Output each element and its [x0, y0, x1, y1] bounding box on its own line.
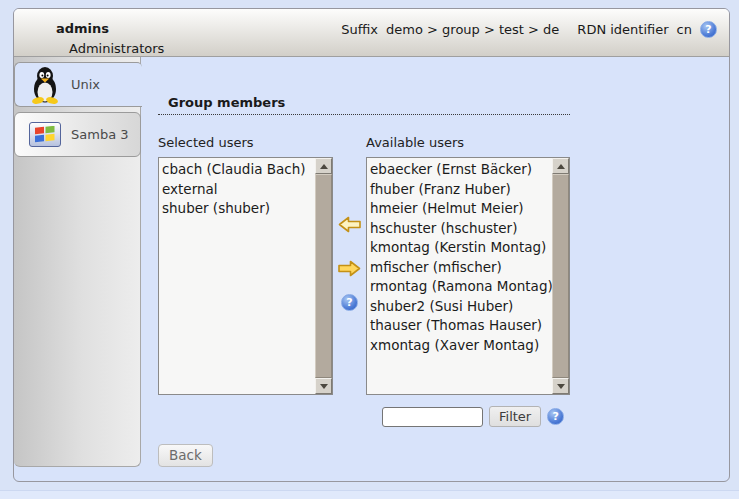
page: { "header": { "title": "admins", "subtit… [0, 0, 739, 499]
available-users-label: Available users [366, 135, 570, 150]
panel-body: Unix Samba 3 [14, 57, 729, 482]
tab-samba3[interactable]: Samba 3 [14, 112, 141, 157]
triangle-up-icon [557, 164, 565, 169]
member-columns: Selected users cbach (Claudia Bach)exter… [158, 135, 729, 395]
members-help-icon[interactable]: ? [341, 294, 358, 311]
selected-users-list: cbach (Claudia Bach)externalshuber (shub… [159, 158, 315, 394]
tux-icon [28, 66, 62, 104]
suffix-label: Suffix [341, 22, 378, 37]
tab-unix-label: Unix [71, 77, 100, 92]
scroll-down-button[interactable] [315, 378, 332, 394]
selected-users-scrollbar [315, 158, 332, 394]
scroll-down-button[interactable] [552, 378, 569, 394]
panel-header: admins Administrators Suffix demo > grou… [14, 9, 729, 57]
available-users-scrollbar [552, 158, 569, 394]
content: Group members Selected users cbach (Clau… [142, 57, 729, 482]
sidebar: Unix Samba 3 [14, 57, 141, 467]
header-info: Suffix demo > group > test > de RDN iden… [341, 21, 717, 38]
available-users-listbox: ebaecker (Ernst Bäcker)fhuber (Franz Hub… [366, 157, 570, 395]
list-item[interactable]: cbach (Claudia Bach) [162, 160, 315, 180]
selected-users-column: Selected users cbach (Claudia Bach)exter… [158, 135, 333, 395]
rdn-group: RDN identifier cn ? [577, 21, 717, 38]
filter-help-icon[interactable]: ? [547, 408, 564, 425]
list-item[interactable]: shuber2 (Susi Huber) [370, 297, 552, 317]
list-item[interactable]: thauser (Thomas Hauser) [370, 316, 552, 336]
triangle-down-icon [557, 384, 565, 389]
tab-unix[interactable]: Unix [14, 62, 142, 107]
move-right-arrow-icon[interactable] [338, 260, 361, 277]
rdn-help-icon[interactable]: ? [700, 21, 717, 38]
rdn-label: RDN identifier [577, 22, 668, 37]
filter-row: Filter ? [382, 406, 729, 427]
back-button[interactable]: Back [158, 444, 213, 467]
list-item[interactable]: rmontag (Ramona Montag) [370, 277, 552, 297]
page-bottom-strip [0, 490, 739, 499]
scroll-up-button[interactable] [315, 158, 332, 174]
main-panel: admins Administrators Suffix demo > grou… [13, 8, 730, 482]
transfer-controls: ? [333, 135, 366, 395]
move-left-arrow-icon[interactable] [338, 216, 361, 233]
filter-button[interactable]: Filter [489, 406, 541, 427]
scrollbar-thumb[interactable] [315, 174, 332, 378]
list-item[interactable]: ebaecker (Ernst Bäcker) [370, 160, 552, 180]
selected-users-label: Selected users [158, 135, 333, 150]
list-item[interactable]: hschuster (hschuster) [370, 219, 552, 239]
scroll-up-button[interactable] [552, 158, 569, 174]
available-users-list: ebaecker (Ernst Bäcker)fhuber (Franz Hub… [367, 158, 552, 394]
windows-icon [28, 122, 62, 147]
triangle-up-icon [320, 164, 328, 169]
suffix-value[interactable]: demo > group > test > de [386, 22, 559, 37]
list-item[interactable]: kmontag (Kerstin Montag) [370, 238, 552, 258]
tab-samba3-label: Samba 3 [71, 127, 129, 142]
available-users-column: Available users ebaecker (Ernst Bäcker)f… [366, 135, 570, 395]
page-title: admins [56, 21, 164, 36]
selected-users-listbox: cbach (Claudia Bach)externalshuber (shub… [158, 157, 333, 395]
list-item[interactable]: hmeier (Helmut Meier) [370, 199, 552, 219]
title-block: admins Administrators [56, 21, 164, 56]
triangle-down-icon [320, 384, 328, 389]
scrollbar-thumb[interactable] [552, 174, 569, 378]
filter-input[interactable] [382, 407, 483, 427]
section-heading: Group members [158, 95, 570, 115]
rdn-value[interactable]: cn [677, 22, 692, 37]
list-item[interactable]: xmontag (Xaver Montag) [370, 336, 552, 356]
list-item[interactable]: mfischer (mfischer) [370, 258, 552, 278]
list-item[interactable]: external [162, 180, 315, 200]
page-subtitle: Administrators [69, 41, 164, 56]
list-item[interactable]: shuber (shuber) [162, 199, 315, 219]
suffix-group: Suffix demo > group > test > de [341, 22, 559, 37]
list-item[interactable]: fhuber (Franz Huber) [370, 180, 552, 200]
